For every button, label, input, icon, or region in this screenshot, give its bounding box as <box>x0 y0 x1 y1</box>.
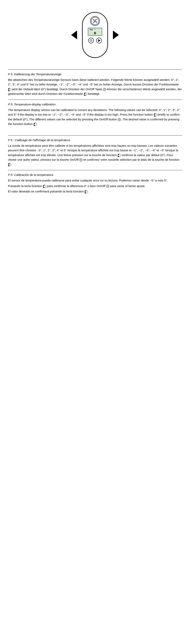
function-btn-icon-es1 <box>43 185 46 188</box>
lcd-bottom-row: 0 <box>94 32 96 35</box>
left-arrow-icon <box>71 30 77 39</box>
section-english: P 5: Temperature-display calibration The… <box>8 102 182 126</box>
onoff-btn-icon-de <box>103 88 106 91</box>
device-rotor <box>90 16 100 26</box>
onoff-btn-icon-es <box>106 185 109 188</box>
device-illustration: P5 ° 0 <box>8 6 182 66</box>
french-body: La sonde de température peut être calibr… <box>8 143 182 166</box>
device-body: P5 ° 0 <box>82 12 108 58</box>
spanish-para3: El valor deseado se confirmará pulsando … <box>8 189 182 194</box>
french-body-text4: . <box>11 162 12 166</box>
device-wrapper: P5 ° 0 <box>71 12 119 58</box>
function-btn-icon-en2 <box>33 122 37 126</box>
french-body-text3: et confirmez votre nouvelle sélection pa… <box>83 158 180 161</box>
divider-spanish <box>8 170 182 170</box>
function-btn-icon-de2 <box>84 92 87 96</box>
lcd-top-row: P5 ° <box>89 28 96 32</box>
page-container: P5 ° 0 <box>0 0 190 203</box>
spanish-para1: El sensor de temperatura puede calibrars… <box>8 178 182 183</box>
onoff-btn-icon-fr <box>79 158 83 162</box>
english-title: P 5: Temperature-display calibration <box>8 102 182 106</box>
function-btn-icon-de1 <box>8 88 11 91</box>
svg-point-1 <box>95 20 95 22</box>
function-button-device[interactable] <box>96 38 102 43</box>
spanish-para2: Pulsando la tecla function para confirma… <box>8 184 182 188</box>
device-lcd: P5 ° 0 <box>88 28 102 36</box>
section-french: P 5 : Calibrage de l'affichage de la tem… <box>8 138 182 166</box>
section-german: P 5: Kalibrierung der Temperaturanzeige … <box>8 72 182 96</box>
divider-german <box>8 70 182 70</box>
divider-english <box>8 100 182 100</box>
french-title: P 5 : Calibrage de l'affichage de la tem… <box>8 138 182 142</box>
function-btn-icon-es2 <box>85 190 88 193</box>
english-body: The temperature display sensor can be ca… <box>8 108 182 126</box>
german-body: Bei abweichen des Temperaturanzeige-Sens… <box>8 78 182 96</box>
function-btn-icon-en1 <box>154 113 157 116</box>
onoff-button-device[interactable] <box>88 38 94 43</box>
spacer-1 <box>8 128 182 132</box>
german-body-text4: bestätigt. <box>87 92 100 96</box>
english-body-text4: . <box>37 122 37 126</box>
divider-french <box>8 135 182 136</box>
german-body-text: Bei abweichen des Temperaturanzeige-Sens… <box>8 78 179 86</box>
function-btn-icon-fr2 <box>8 163 11 166</box>
spanish-title: P 5: Calibración de la temperatura <box>8 173 182 177</box>
function-btn-icon-fr1 <box>117 154 121 157</box>
section-spanish: P 5: Calibración de la temperatura El se… <box>8 173 182 194</box>
right-arrow-icon <box>113 30 119 39</box>
spanish-body: El sensor de temperatura puede calibrars… <box>8 178 182 194</box>
onoff-btn-icon-en <box>118 118 121 121</box>
play-icon-device <box>98 39 100 42</box>
rotor-svg <box>91 17 99 25</box>
german-title: P 5: Kalibrierung der Temperaturanzeige <box>8 72 182 76</box>
german-body-text2: wird der Default-Wert (0°) bestätigt. Du… <box>11 88 103 91</box>
device-buttons <box>88 38 102 43</box>
